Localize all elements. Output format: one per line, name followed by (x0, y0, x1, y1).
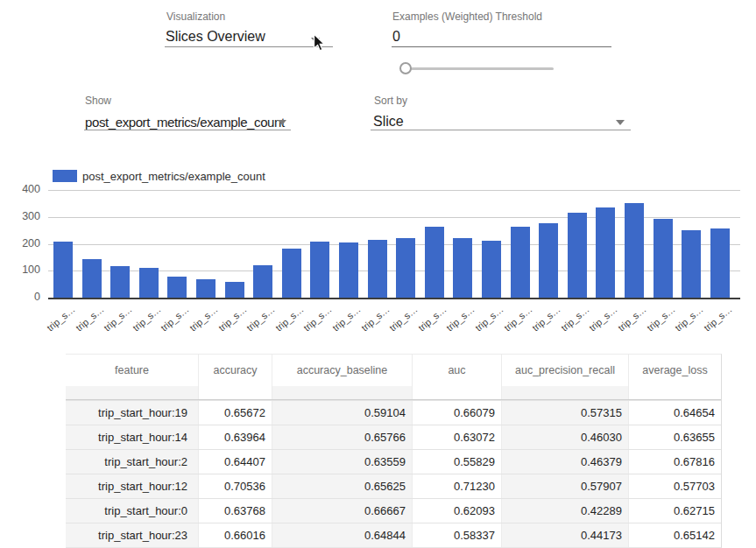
bar[interactable] (167, 277, 187, 298)
tfma-slicing-metrics-view: Visualization Slices Overview Examples (… (0, 0, 756, 548)
bar[interactable] (82, 259, 102, 298)
visualization-dropdown[interactable]: Slices Overview (166, 29, 265, 45)
table-row[interactable]: trip_start_hour:230.660160.648440.583370… (66, 523, 721, 547)
table-cell: 0.62093 (413, 499, 502, 523)
sort-by-label: Sort by (374, 95, 407, 107)
legend-swatch (53, 170, 77, 182)
table-cell: 0.64844 (272, 523, 413, 547)
bar[interactable] (196, 279, 215, 298)
table-cell: trip_start_hour:14 (66, 425, 199, 449)
table-cell: trip_start_hour:0 (66, 499, 199, 523)
table-row[interactable]: trip_start_hour:20.644070.635590.558290.… (66, 449, 721, 474)
threshold-input[interactable]: 0 (392, 29, 400, 45)
table-cell: 0.66079 (413, 401, 502, 425)
table-cell: 0.66667 (272, 499, 413, 523)
bar[interactable] (710, 228, 730, 298)
table-cell: 0.62715 (629, 499, 721, 523)
table-cell: 0.63072 (413, 425, 502, 449)
filter-cell (629, 386, 721, 399)
chevron-down-icon (278, 120, 286, 125)
visualization-label: Visualization (166, 11, 225, 23)
bar[interactable] (682, 230, 701, 298)
table-cell: 0.63655 (629, 425, 721, 449)
table-cell: 0.71230 (413, 474, 502, 498)
threshold-slider-thumb[interactable] (399, 62, 412, 74)
table-cell: trip_start_hour:19 (66, 401, 199, 425)
threshold-underline (392, 46, 611, 47)
table-cell: 0.65672 (199, 401, 272, 425)
bar[interactable] (596, 207, 615, 298)
bar[interactable] (654, 219, 673, 298)
bar[interactable] (511, 227, 530, 298)
table-cell: 0.64654 (629, 401, 721, 425)
threshold-label: Examples (Weighted) Threshold (392, 11, 542, 23)
table-cell: trip_start_hour:12 (66, 474, 199, 498)
table-cell: 0.67816 (629, 450, 721, 474)
bar[interactable] (339, 242, 358, 298)
table-cell: 0.55829 (413, 450, 502, 474)
bar[interactable] (396, 238, 415, 298)
bar[interactable] (310, 242, 329, 298)
metrics-table: featureaccuracyaccuracy_baselineaucauc_p… (66, 354, 722, 548)
bar[interactable] (110, 266, 130, 298)
table-cell: 0.70536 (199, 474, 272, 498)
table-cell: 0.66016 (199, 523, 272, 547)
table-row[interactable]: trip_start_hour:140.639640.657660.630720… (66, 425, 721, 449)
bar[interactable] (282, 249, 301, 298)
gridline (48, 190, 740, 191)
visualization-underline (165, 46, 333, 47)
table-cell: 0.63559 (272, 450, 413, 474)
show-label: Show (85, 95, 111, 107)
bar[interactable] (539, 223, 558, 298)
table-cell: trip_start_hour:23 (66, 523, 199, 547)
bar[interactable] (425, 227, 444, 298)
show-underline (84, 130, 291, 130)
filter-cell (502, 386, 629, 399)
table-cell: 0.46030 (502, 425, 629, 449)
table-row[interactable]: trip_start_hour:120.705360.656250.712300… (66, 474, 721, 498)
bar[interactable] (368, 240, 387, 298)
bar[interactable] (568, 213, 587, 298)
table-cell: 0.42289 (502, 499, 629, 523)
column-header[interactable]: accuracy_baseline (272, 355, 413, 386)
table-cell: 0.63964 (199, 425, 272, 449)
bar[interactable] (453, 238, 472, 298)
bar[interactable] (253, 265, 272, 298)
column-header[interactable]: average_loss (629, 355, 721, 386)
y-axis-tick-label: 200 (11, 237, 40, 249)
bar[interactable] (625, 203, 644, 298)
threshold-slider[interactable] (400, 67, 554, 70)
table-cell: 0.64407 (199, 450, 272, 474)
table-cell: 0.63768 (199, 499, 272, 523)
filter-cell (413, 386, 502, 399)
bar[interactable] (482, 241, 501, 298)
column-header[interactable]: auc_precision_recall (502, 355, 629, 386)
filter-cell (199, 386, 272, 399)
table-row[interactable]: trip_start_hour:00.637680.666670.620930.… (66, 498, 721, 523)
x-axis-baseline (48, 298, 740, 299)
sort-by-underline (371, 130, 631, 130)
table-cell: 0.65625 (272, 474, 413, 498)
table-cell: 0.57315 (502, 401, 629, 425)
filter-cell (66, 386, 199, 399)
y-axis-tick-label: 0 (11, 291, 40, 303)
show-dropdown[interactable]: post_export_metrics/example_count (85, 115, 285, 130)
table-cell: 0.65766 (272, 425, 413, 449)
table-row[interactable]: trip_start_hour:190.656720.591040.660790… (66, 400, 721, 425)
chevron-down-icon (616, 120, 625, 125)
column-header[interactable]: feature (66, 355, 199, 386)
bar[interactable] (139, 268, 159, 298)
table-cell: trip_start_hour:2 (66, 450, 199, 474)
mouse-pointer-icon (313, 33, 326, 53)
legend-label: post_export_metrics/example_count (82, 170, 265, 183)
bar[interactable] (225, 282, 244, 298)
sort-by-dropdown[interactable]: Slice (373, 114, 404, 130)
table-cell: 0.59104 (272, 401, 413, 425)
table-cell: 0.65142 (629, 523, 721, 547)
column-header[interactable]: auc (413, 355, 502, 386)
table-cell: 0.58337 (413, 523, 502, 547)
y-axis-tick-label: 100 (11, 263, 40, 276)
table-header-row: featureaccuracyaccuracy_baselineaucauc_p… (66, 355, 721, 386)
column-header[interactable]: accuracy (199, 355, 272, 386)
bar[interactable] (53, 242, 73, 298)
